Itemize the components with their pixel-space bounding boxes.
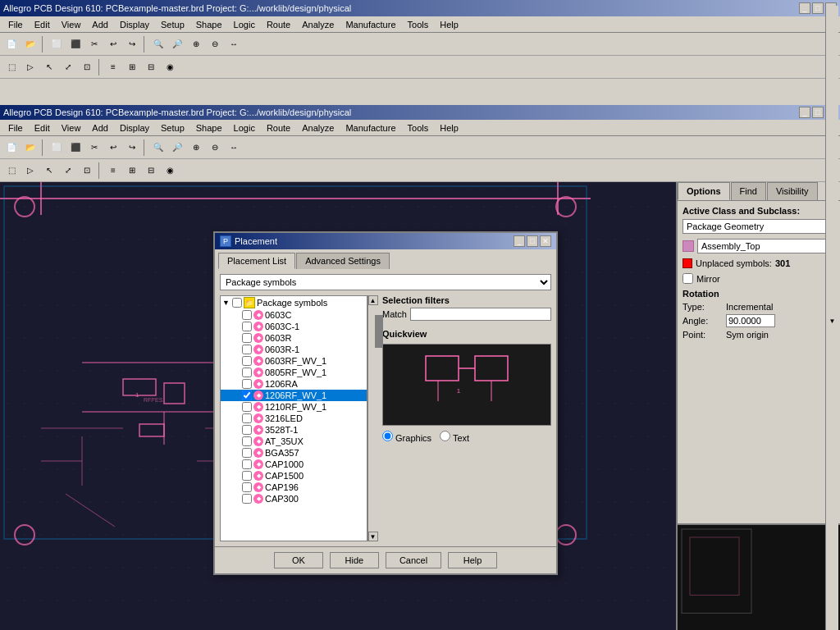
checkbox-cap196[interactable] — [242, 482, 252, 492]
menu-add-1[interactable]: Add — [87, 18, 113, 31]
tb-b7[interactable]: 🔎 — [168, 35, 186, 53]
tb-b5[interactable]: ↪ — [123, 35, 141, 53]
checkbox-3528t1[interactable] — [242, 425, 252, 435]
tab-placement-list[interactable]: Placement List — [218, 253, 295, 269]
menu-edit-1[interactable]: Edit — [30, 18, 55, 31]
menu-route-1[interactable]: Route — [262, 18, 295, 31]
subclass-dropdown[interactable]: Assembly_Top — [697, 239, 835, 253]
menu-tools-2[interactable]: Tools — [403, 121, 434, 135]
graphics-radio-label[interactable]: Graphics — [382, 431, 431, 443]
menu-display-1[interactable]: Display — [115, 18, 154, 31]
tree-item-0603c[interactable]: ◆ 0603C — [221, 309, 367, 321]
tb3-b3[interactable]: ✂ — [85, 139, 103, 157]
tb-b1[interactable]: ⬜ — [48, 35, 66, 53]
tree-item-1210rfwv1[interactable]: ◆ 1210RF_WV_1 — [221, 401, 367, 413]
help-button[interactable]: Help — [448, 552, 497, 568]
tree-scrollbar[interactable]: ▲ ▼ — [368, 295, 377, 541]
menu-view-1[interactable]: View — [57, 18, 86, 31]
menu-shape-2[interactable]: Shape — [191, 121, 227, 135]
tb3-b1[interactable]: ⬜ — [48, 139, 66, 157]
tree-item-0603r[interactable]: ◆ 0603R — [221, 332, 367, 344]
tb4-b4[interactable]: ⤢ — [59, 162, 77, 180]
checkbox-0603c1[interactable] — [242, 322, 252, 331]
hide-button[interactable]: Hide — [330, 552, 379, 568]
menu-route-2[interactable]: Route — [262, 121, 295, 135]
tab-visibility[interactable]: Visibility — [767, 182, 818, 200]
checkbox-bga357[interactable] — [242, 448, 252, 458]
tree-root[interactable]: ▼ 📁 Package symbols — [221, 296, 367, 309]
menu-help-2[interactable]: Help — [435, 121, 463, 135]
tree-item-cap1000[interactable]: ◆ CAP1000 — [221, 459, 367, 470]
tree-item-bga357[interactable]: ◆ BGA357 — [221, 447, 367, 459]
menu-logic-2[interactable]: Logic — [229, 121, 260, 135]
tb3-b10[interactable]: ↔ — [225, 139, 243, 157]
menu-add-2[interactable]: Add — [87, 121, 113, 135]
tab-advanced-settings[interactable]: Advanced Settings — [296, 253, 390, 269]
class-dropdown[interactable]: Package Geometry — [682, 219, 835, 234]
text-radio[interactable] — [440, 431, 450, 441]
tree-expand-root[interactable]: ▼ — [222, 299, 231, 307]
checkbox-0603c[interactable] — [242, 310, 252, 320]
tree-item-3216led[interactable]: ◆ 3216LED — [221, 413, 367, 424]
tb3-open[interactable]: 📂 — [21, 139, 39, 157]
tb4-b7[interactable]: ⊞ — [123, 162, 141, 180]
checkbox-cap300[interactable] — [242, 494, 252, 504]
tb2-b1[interactable]: ⬚ — [2, 58, 21, 76]
tb3-b7[interactable]: 🔎 — [168, 139, 186, 157]
checkbox-at35ux[interactable] — [242, 436, 252, 446]
scroll-thumb[interactable] — [375, 315, 383, 348]
minimize-btn-2[interactable]: _ — [799, 107, 810, 118]
package-tree[interactable]: ▼ 📁 Package symbols — [220, 295, 368, 541]
text-radio-label[interactable]: Text — [440, 431, 469, 443]
menu-tools-1[interactable]: Tools — [403, 18, 434, 31]
checkbox-3216led[interactable] — [242, 413, 252, 423]
tab-options[interactable]: Options — [678, 182, 730, 200]
tree-item-3528t1[interactable]: ◆ 3528T-1 — [221, 424, 367, 436]
graphics-radio[interactable] — [382, 431, 393, 441]
tb3-b8[interactable]: ⊕ — [187, 139, 205, 157]
menu-logic-1[interactable]: Logic — [229, 18, 260, 31]
tb3-b5[interactable]: ↪ — [123, 139, 141, 157]
dialog-minimize-btn[interactable]: _ — [514, 235, 525, 247]
menu-edit-2[interactable]: Edit — [30, 121, 55, 135]
tb-b4[interactable]: ↩ — [104, 35, 122, 53]
match-input[interactable] — [410, 308, 551, 321]
checkbox-0805rfwv1[interactable] — [242, 368, 252, 377]
checkbox-1210rfwv1[interactable] — [242, 402, 252, 412]
tree-item-cap300[interactable]: ◆ CAP300 — [221, 493, 367, 504]
tab-find[interactable]: Find — [731, 182, 766, 200]
mirror-checkbox[interactable] — [682, 273, 693, 284]
package-symbols-dropdown[interactable]: Package symbols — [220, 274, 551, 290]
tb4-b6[interactable]: ≡ — [104, 162, 122, 180]
tb-open-1[interactable]: 📂 — [21, 35, 39, 53]
tb4-b9[interactable]: ◉ — [161, 162, 179, 180]
tb4-b3[interactable]: ↖ — [40, 162, 58, 180]
tb4-b1[interactable]: ⬚ — [2, 162, 21, 180]
maximize-btn-1[interactable]: □ — [812, 2, 824, 14]
tb4-b5[interactable]: ⊡ — [78, 162, 96, 180]
menu-manufacture-1[interactable]: Manufacture — [340, 18, 400, 31]
tb3-b4[interactable]: ↩ — [104, 139, 122, 157]
tb2-b5[interactable]: ⊡ — [78, 58, 96, 76]
tb2-b6[interactable]: ≡ — [104, 58, 122, 76]
checkbox-0603r[interactable] — [242, 333, 252, 343]
tree-item-1206ra[interactable]: ◆ 1206RA — [221, 378, 367, 390]
checkbox-0603rfwv1[interactable] — [242, 356, 252, 366]
checkbox-0603r1[interactable] — [242, 345, 252, 354]
tb2-b8[interactable]: ⊟ — [142, 58, 160, 76]
tb2-b7[interactable]: ⊞ — [123, 58, 141, 76]
tb-b10[interactable]: ↔ — [225, 35, 243, 53]
dialog-close-btn[interactable]: ✕ — [540, 235, 551, 247]
menu-view-2[interactable]: View — [57, 121, 86, 135]
scroll-down-btn[interactable]: ▼ — [368, 532, 378, 541]
tree-item-0603r1[interactable]: ◆ 0603R-1 — [221, 344, 367, 355]
tree-item-0603c1[interactable]: ◆ 0603C-1 — [221, 321, 367, 332]
angle-dropdown-arrow[interactable]: ▼ — [825, 6, 838, 630]
tb3-b2[interactable]: ⬛ — [66, 139, 84, 157]
tree-item-at35ux[interactable]: ◆ AT_35UX — [221, 436, 367, 447]
menu-setup-2[interactable]: Setup — [156, 121, 189, 135]
tb3-new[interactable]: 📄 — [2, 139, 21, 157]
checkbox-cap1000[interactable] — [242, 459, 252, 469]
checkbox-1206ra[interactable] — [242, 379, 252, 389]
menu-analyze-2[interactable]: Analyze — [297, 121, 339, 135]
